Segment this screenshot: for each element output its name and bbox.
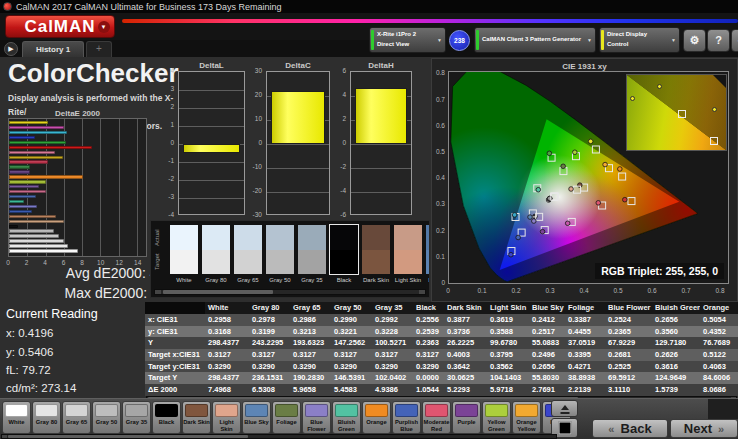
patch-button-orange-yellow[interactable]: Orange Yellow [512,401,541,434]
patch-button-white[interactable]: White [2,401,31,434]
grid-line [351,192,411,193]
table-cell: 1.0544 [413,384,444,396]
swatch-actual-color [298,225,326,250]
y-tick-label: 0 [330,139,346,146]
table-header-row: WhiteGray 80Gray 65Gray 50Gray 35BlackDa… [145,302,738,314]
y-tick-label: 1 [158,121,174,128]
patch-button-light-skin[interactable]: Light Skin [212,401,241,434]
grid-line [351,144,411,145]
bottom-scrollbar-handle[interactable] [8,435,248,438]
table-cell: 99.6780 [487,337,529,349]
measured-dot-marker [532,219,537,224]
table-cell: 0.3290 [372,361,413,373]
y-tick-label: 0.1 [432,253,445,260]
strip-swatch[interactable] [202,225,230,274]
table-cell: 124.9649 [652,372,700,384]
meter-name: X-Rite i1Pro 2 [377,30,433,40]
measured-dot-marker [540,229,545,234]
strip-scrollbar[interactable] [154,289,426,295]
chevron-down-icon: ▼ [671,37,676,43]
reading-count-badge[interactable]: 238 [449,30,470,51]
table-cell: 0.2539 [413,326,444,338]
table-cell: 0.2365 [605,326,652,338]
patch-button-foliage[interactable]: Foliage [272,401,301,434]
patch-button-orange[interactable]: Orange [362,401,391,434]
patch-button-black[interactable]: Black [152,401,181,434]
grid-line [267,168,329,169]
swatch-label: Light Skin [394,277,422,283]
swatch-actual-color [362,225,390,250]
strip-swatch[interactable] [330,225,358,274]
strip-swatch[interactable] [426,225,430,274]
patch-button-purplish-blue[interactable]: Purplish Blue [392,401,421,434]
row-label: y: CIE31 [145,326,205,338]
de2000-bar [9,234,59,237]
swatch-target-color [234,250,262,275]
pattern-generator-button[interactable]: CalMAN Client 3 Pattern Generator ▼ [474,27,596,53]
patch-button-gray-50[interactable]: Gray 50 [92,401,121,434]
patch-button-dark-skin[interactable]: Dark Skin [182,401,211,434]
table-cell: 3.1110 [605,384,652,396]
eject-pattern-button[interactable] [551,400,578,417]
meter-selector-button[interactable]: X-Rite i1Pro 2Direct View ▼ [369,27,446,53]
patch-button-blue-sky[interactable]: Blue Sky [242,401,271,434]
deltal-chart-title: DeltaL [178,61,245,70]
scroll-right-arrow-icon[interactable] [419,290,425,294]
de2000-bar [9,170,30,173]
back-button[interactable]: « Back [592,419,668,438]
display-control-button[interactable]: Direct Display Control ▼ [599,27,680,53]
patch-button-bluish-green[interactable]: Bluish Green [332,401,361,434]
de2000-bar [9,190,46,193]
x-tick-label: 8 [76,259,88,266]
rainbow-accent-strip [122,19,738,23]
settings-button[interactable]: ⚙ [683,29,706,52]
grid-line [179,198,244,199]
swatch-target-color [394,250,422,275]
add-tab-button[interactable]: + [86,41,112,57]
y-tick-label: -2 [158,175,174,182]
collapse-panel-button[interactable]: ◀ [731,29,738,52]
next-label: Next [684,421,712,436]
strip-swatch[interactable] [170,225,198,274]
patch-button-yellow-green[interactable]: Yellow Green [482,401,511,434]
patch-button-gray-80[interactable]: Gray 80 [32,401,61,434]
patch-label: Black [153,419,180,426]
table-cell: 5.9658 [290,384,331,396]
strip-swatch[interactable] [234,225,262,274]
patch-button-purple[interactable]: Purple [452,401,481,434]
y-tick-label: 0.2 [432,227,445,234]
patch-label: Gray 50 [93,419,120,426]
patch-button-blue-flower[interactable]: Blue Flower [302,401,331,434]
patch-button-gray-35[interactable]: Gray 35 [122,401,151,434]
calman-logo-button[interactable]: CalMAN ▼ [5,15,115,38]
next-button[interactable]: Next » [670,419,738,438]
x-tick-label: 6 [58,259,70,266]
scroll-left-arrow-icon[interactable] [155,290,161,294]
patch-button-moderate-red[interactable]: Moderate Red [422,401,451,434]
column-header: Gray 65 [290,302,331,314]
strip-swatch[interactable] [266,225,294,274]
row-label: ΔE 2000 [145,384,205,396]
table-cell: 5.9718 [487,384,529,396]
logo-menu-chevron-icon[interactable]: ▼ [98,21,110,33]
cie-chart-title: CIE 1931 xy [432,62,737,71]
strip-swatch[interactable] [394,225,422,274]
table-cell: 0.2626 [652,349,700,361]
patch-color-chip [185,404,208,417]
strip-swatch[interactable] [362,225,390,274]
measured-dot-marker [565,221,570,226]
tab-history-1[interactable]: History 1 [22,41,84,57]
bottom-scrollbar[interactable] [1,434,557,439]
help-button[interactable]: ? [707,29,730,52]
scroll-left-arrow-icon[interactable] [2,435,7,438]
table-cell: 1.5739 [652,384,700,396]
patch-button-gray-65[interactable]: Gray 65 [62,401,91,434]
patch-color-chip [395,404,418,417]
column-header: Blue Sky [529,302,565,314]
y-tick-label: -3 [158,193,174,200]
table-cell: 0.3562 [487,361,529,373]
strip-scrollbar-handle[interactable] [163,290,273,294]
table-row: Target Y298.4377236.1531190.2830146.5391… [145,372,738,384]
tab-overflow-arrow-icon[interactable]: ▶ [4,42,18,56]
strip-swatch[interactable] [298,225,326,274]
